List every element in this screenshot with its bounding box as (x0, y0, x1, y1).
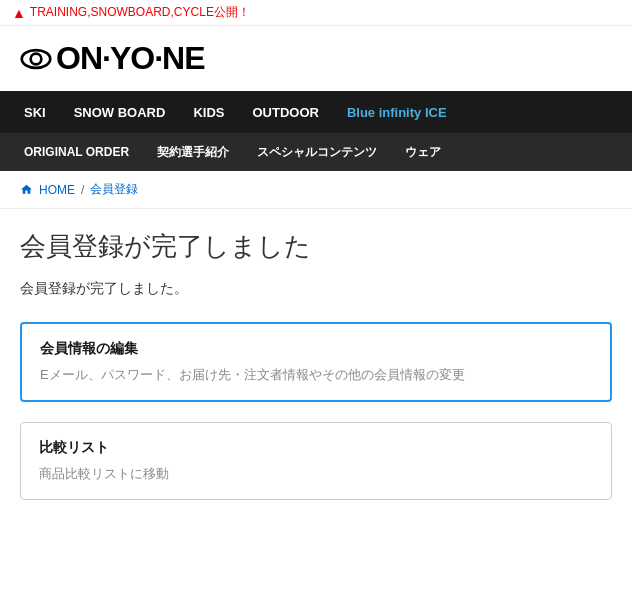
page-title: 会員登録が完了しました (20, 229, 612, 264)
subnav-item-original-order[interactable]: ORIGINAL ORDER (10, 133, 143, 171)
member-info-edit-title: 会員情報の編集 (40, 340, 592, 358)
logo-icon (20, 43, 52, 75)
announcement-icon: ▲ (12, 5, 26, 21)
logo-area: ON·YO·NE (0, 26, 632, 91)
comparison-list-desc: 商品比較リストに移動 (39, 465, 593, 483)
comparison-list-title: 比較リスト (39, 439, 593, 457)
subnav-item-players[interactable]: 契約選手紹介 (143, 133, 243, 171)
breadcrumb-separator: / (81, 183, 84, 197)
nav-item-blue-infinity[interactable]: Blue infinity ICE (333, 91, 461, 133)
main-content: 会員登録が完了しました 会員登録が完了しました。 会員情報の編集 Eメール、パス… (0, 209, 632, 540)
subnav-item-wear[interactable]: ウェア (391, 133, 455, 171)
sub-nav: ORIGINAL ORDER 契約選手紹介 スペシャルコンテンツ ウェア (0, 133, 632, 171)
breadcrumb: HOME / 会員登録 (0, 171, 632, 209)
logo[interactable]: ON·YO·NE (20, 40, 612, 77)
breadcrumb-current: 会員登録 (90, 181, 138, 198)
comparison-list-card[interactable]: 比較リスト 商品比較リストに移動 (20, 422, 612, 500)
member-info-edit-desc: Eメール、パスワード、お届け先・注文者情報やその他の会員情報の変更 (40, 366, 592, 384)
nav-item-kids[interactable]: KIDS (179, 91, 238, 133)
breadcrumb-home[interactable]: HOME (39, 183, 75, 197)
nav-item-outdoor[interactable]: OUTDOOR (238, 91, 332, 133)
announcement-text: TRAINING,SNOWBOARD,CYCLE公開！ (30, 4, 250, 21)
home-icon (20, 183, 33, 196)
svg-point-1 (31, 53, 42, 64)
announcement-bar: ▲ TRAINING,SNOWBOARD,CYCLE公開！ (0, 0, 632, 26)
page-description: 会員登録が完了しました。 (20, 280, 612, 298)
nav-item-snowboard[interactable]: SNOW BOARD (60, 91, 180, 133)
main-nav: SKI SNOW BOARD KIDS OUTDOOR Blue infinit… (0, 91, 632, 133)
subnav-item-special[interactable]: スペシャルコンテンツ (243, 133, 391, 171)
member-info-edit-card[interactable]: 会員情報の編集 Eメール、パスワード、お届け先・注文者情報やその他の会員情報の変… (20, 322, 612, 402)
logo-text: ON·YO·NE (56, 40, 204, 77)
nav-item-ski[interactable]: SKI (10, 91, 60, 133)
